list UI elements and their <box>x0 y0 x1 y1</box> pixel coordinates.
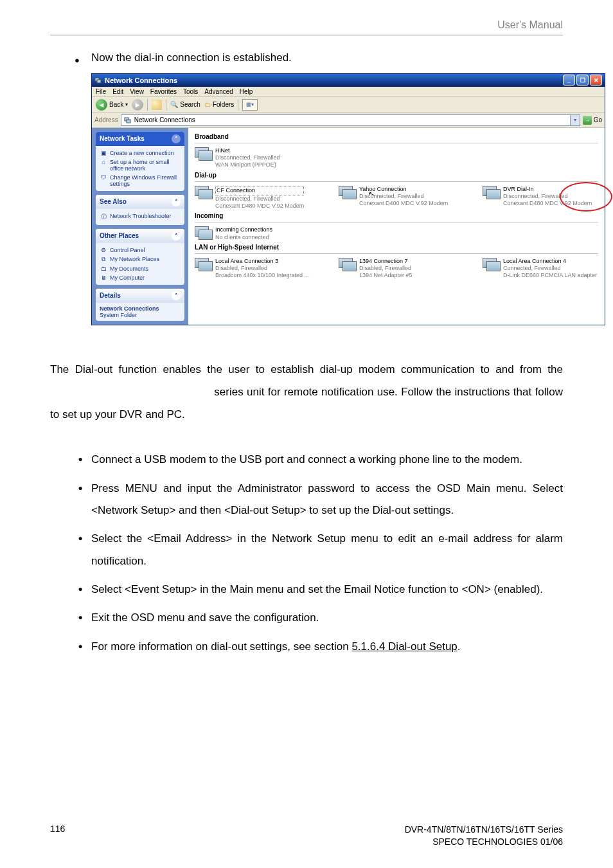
place-control-panel[interactable]: ⚙Control Panel <box>100 246 181 255</box>
panel-heading: Details <box>100 292 121 299</box>
menu-edit[interactable]: Edit <box>112 88 123 95</box>
views-dropdown[interactable]: ▦▾ <box>242 99 258 111</box>
connection-icon <box>195 186 211 200</box>
up-button[interactable] <box>152 100 162 110</box>
conn-name: CF Connection <box>215 186 304 195</box>
bullet-icon: ● <box>69 607 91 629</box>
conn-name: DVR Dial-In <box>503 186 592 193</box>
sidebar: Network Tasks˄ ▣Create a new connection … <box>92 128 188 325</box>
conn-status: Connected, Firewalled <box>503 265 597 272</box>
go-label: Go <box>594 116 602 123</box>
search-button[interactable]: 🔍Search <box>170 101 200 108</box>
see-label: Network Troubleshooter <box>110 213 172 221</box>
bullet-icon: ● <box>75 47 91 69</box>
go-button[interactable]: → Go <box>583 116 602 125</box>
place-my-computer[interactable]: 🖥My Computer <box>100 273 181 282</box>
conn-lac4[interactable]: Local Area Connection 4Connected, Firewa… <box>483 258 598 280</box>
maximize-button[interactable]: ❐ <box>576 75 589 86</box>
place-network-places[interactable]: ⧉My Network Places <box>100 255 181 264</box>
page-footer: 116 DVR-4TN/8TN/16TN/16TS/16TT Series SP… <box>50 824 563 849</box>
address-value: Network Connections <box>134 116 195 123</box>
conn-dvr-dialin[interactable]: DVR Dial-InDisconnected, FirewalledConex… <box>483 186 598 210</box>
menu-file[interactable]: File <box>96 88 106 95</box>
bullet-icon: ● <box>69 449 91 471</box>
address-bar: Address Network Connections ▾ → Go <box>92 113 605 128</box>
minimize-button[interactable]: _ <box>563 75 575 86</box>
search-icon: 🔍 <box>170 101 178 108</box>
conn-status: Disconnected, Firewalled <box>215 195 304 203</box>
back-icon: ◄ <box>96 99 107 111</box>
conn-1394[interactable]: 1394 Connection 7Disabled, Firewalled139… <box>339 258 454 280</box>
bullet-icon: ● <box>69 636 91 658</box>
page-number: 116 <box>50 824 65 849</box>
section-broadband: Broadband <box>195 133 598 140</box>
conn-incoming[interactable]: Incoming ConnectionsNo clients connected <box>195 226 310 241</box>
network-tasks-panel: Network Tasks˄ ▣Create a new connection … <box>96 132 184 191</box>
step-text: Press MENU and input the Administrator p… <box>91 478 563 522</box>
address-label: Address <box>94 116 118 123</box>
views-icon: ▦▾ <box>246 102 254 107</box>
place-my-documents[interactable]: 🗀My Documents <box>100 264 181 273</box>
toolbar: ◄ Back ▾ ► 🔍Search 🗀Folders ▦▾ <box>92 97 605 113</box>
collapse-icon[interactable]: ˄ <box>172 197 181 206</box>
menu-view[interactable]: View <box>130 88 144 95</box>
back-button[interactable]: ◄ Back ▾ <box>96 99 128 111</box>
footer-company: SPECO TECHNOLOGIES 01/06 <box>405 836 563 849</box>
conn-hinet[interactable]: HiNetDisconnected, FirewalledWAN Minipor… <box>195 147 310 169</box>
address-dropdown-icon[interactable]: ▾ <box>570 115 580 125</box>
intro-bullet: ● Now the dial-in connection is establis… <box>75 47 563 69</box>
conn-device: D-Link DE660 PCMCIA LAN adapter <box>503 272 597 279</box>
task-setup-network[interactable]: ⌂Set up a home or small office network <box>100 158 181 173</box>
see-troubleshooter[interactable]: ⓘNetwork Troubleshooter <box>100 212 181 222</box>
conn-device: Broadcom 440x 10/100 Integrated ... <box>215 272 309 279</box>
wizard-icon: ▣ <box>100 150 107 156</box>
menubar: File Edit View Favorites Tools Advanced … <box>92 87 605 97</box>
conn-status: Disabled, Firewalled <box>215 265 309 272</box>
place-label: My Network Places <box>110 256 159 263</box>
section-incoming: Incoming <box>195 212 598 219</box>
connection-icon <box>483 186 499 200</box>
conn-name: Incoming Connections <box>215 226 272 233</box>
connection-icon <box>483 258 499 272</box>
connection-icon <box>339 258 355 272</box>
task-firewall[interactable]: 🛡Change Windows Firewall settings <box>100 173 181 188</box>
task-create-connection[interactable]: ▣Create a new connection <box>100 149 181 158</box>
home-icon: ⌂ <box>100 159 107 172</box>
step-text: Exit the OSD menu and save the configura… <box>91 607 563 629</box>
folders-label: Folders <box>213 101 234 108</box>
back-dropdown-icon[interactable]: ▾ <box>125 102 128 107</box>
task-label: Set up a home or small office network <box>110 159 181 172</box>
collapse-icon[interactable]: ˄ <box>172 134 181 143</box>
collapse-icon[interactable]: ˄ <box>172 291 181 300</box>
conn-device: WAN Miniport (PPPOE) <box>215 161 280 168</box>
menu-tools[interactable]: Tools <box>183 88 198 95</box>
folders-button[interactable]: 🗀Folders <box>204 101 234 108</box>
conn-yahoo[interactable]: Yahoo ConnectionDisconnected, Firewalled… <box>339 186 454 210</box>
conn-name: Local Area Connection 4 <box>503 258 597 265</box>
steps-list: ●Connect a USB modem to the USB port and… <box>69 449 563 658</box>
titlebar[interactable]: Network Connections _ ❐ ✕ <box>92 74 605 87</box>
section-dialup: Dial-up <box>195 172 598 179</box>
window-icon <box>94 77 102 84</box>
conn-name: 1394 Connection 7 <box>359 258 413 265</box>
details-panel: Details˄ Network Connections System Fold… <box>96 289 184 321</box>
conn-status: No clients connected <box>215 234 272 241</box>
connection-icon <box>339 186 355 200</box>
conn-status: Disconnected, Firewalled <box>503 193 592 200</box>
menu-favorites[interactable]: Favorites <box>150 88 177 95</box>
conn-device: Conexant D480 MDC V.92 Modem <box>503 200 592 207</box>
search-label: Search <box>180 101 200 108</box>
menu-advanced[interactable]: Advanced <box>204 88 233 95</box>
close-button[interactable]: ✕ <box>590 75 602 86</box>
svg-rect-1 <box>97 80 101 83</box>
collapse-icon[interactable]: ˄ <box>172 231 181 240</box>
conn-cf[interactable]: CF ConnectionDisconnected, FirewalledCon… <box>195 186 310 210</box>
step-text: For more information on dial-out setting… <box>91 636 563 658</box>
forward-button[interactable]: ► <box>132 99 143 111</box>
conn-lac3[interactable]: Local Area Connection 3Disabled, Firewal… <box>195 258 310 280</box>
computer-icon: 🖥 <box>100 275 107 281</box>
menu-help[interactable]: Help <box>240 88 253 95</box>
intro-text: Now the dial-in connection is establishe… <box>91 47 563 69</box>
conn-name: HiNet <box>215 147 280 154</box>
address-field[interactable]: Network Connections ▾ <box>121 114 580 126</box>
